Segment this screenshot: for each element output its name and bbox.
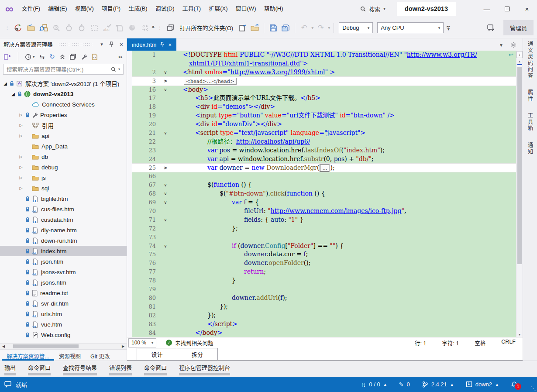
code-line[interactable]: 3><head>…</head> xyxy=(127,77,516,86)
scroll-down-icon[interactable]: ▼ xyxy=(518,333,521,336)
menu-item[interactable]: 工具(T) xyxy=(179,0,205,17)
collapse-region-icon[interactable]: ∨ xyxy=(158,189,172,198)
menu-item[interactable]: 窗口(W) xyxy=(232,0,260,17)
tree-item[interactable]: ▷api xyxy=(0,131,127,141)
open-folder-arrow-icon[interactable] xyxy=(249,22,260,33)
code-line[interactable]: 78} xyxy=(127,276,516,285)
search-history-icon[interactable] xyxy=(51,22,62,33)
pending-changes-filter-icon[interactable]: ▾ xyxy=(25,54,35,60)
undo-dropdown-icon[interactable]: ▾ xyxy=(311,27,313,29)
tree-item[interactable]: urls.htm xyxy=(0,309,127,319)
split-window-handle[interactable]: ↕ xyxy=(516,51,523,58)
bottom-panel-tab[interactable]: 错误列表 xyxy=(109,361,132,377)
resize-grip[interactable]: ⋱ xyxy=(530,385,536,392)
tree-item[interactable]: cusdata.htm xyxy=(0,214,127,225)
editor-options-gear-icon[interactable] xyxy=(510,42,516,48)
scroll-left-icon[interactable]: ◀ xyxy=(0,344,7,348)
collapse-region-icon[interactable]: ∨ xyxy=(158,216,172,224)
design-view-button[interactable]: 设计 xyxy=(137,348,177,360)
tree-item[interactable]: ▷sql xyxy=(0,183,127,193)
explorer-tab[interactable]: 解决方案资源管... xyxy=(2,350,54,361)
char-indicator[interactable]: 字符: 1 xyxy=(442,339,459,347)
tree-item[interactable]: svr-dir.htm xyxy=(0,298,127,309)
code-line[interactable]: 69∨var f = { xyxy=(127,198,516,207)
code-line[interactable]: 68∨$("#btn-down").click(function () { xyxy=(127,189,516,198)
search-control[interactable]: 搜索 ▾ xyxy=(360,5,386,13)
tree-item[interactable]: ▷js xyxy=(0,172,127,183)
sphere-icon[interactable] xyxy=(127,22,138,33)
minimize-button[interactable]: — xyxy=(477,0,497,17)
code-line[interactable]: 2∨<html xmlns="http://www.w3.org/1999/xh… xyxy=(127,68,516,77)
eol-indicator[interactable]: CRLF xyxy=(501,339,516,347)
tree-item[interactable]: bigfile.htm xyxy=(0,193,127,204)
git-branch-status[interactable]: 2.4.21▲ xyxy=(422,381,454,388)
save-all-icon[interactable] xyxy=(280,22,291,33)
code-line[interactable]: 77return; xyxy=(127,268,516,276)
breakpoint-margin[interactable] xyxy=(127,189,132,198)
tree-item[interactable]: ◢down2-vs2013 xyxy=(0,89,127,99)
code-line[interactable]: 81}); xyxy=(127,303,516,311)
code-line[interactable]: 22//根路径：http://localhost/api/up6/ xyxy=(127,138,516,146)
space-indicator[interactable]: 空格 xyxy=(475,339,485,347)
tree-item[interactable]: ▷Properties xyxy=(0,110,127,120)
tree-item[interactable]: ▷db xyxy=(0,151,127,162)
code-line[interactable]: 71∨fields: { auto: "1" } xyxy=(127,216,516,224)
breakpoint-margin[interactable] xyxy=(127,59,132,68)
collapse-region-icon[interactable]: ∨ xyxy=(158,68,172,77)
maximize-button[interactable] xyxy=(497,0,517,17)
selection-box-icon[interactable] xyxy=(89,22,100,33)
collapse-region-icon[interactable]: ∨ xyxy=(158,198,172,207)
code-line[interactable]: 17<h5>此页面演示单个URL文件下载。</h5> xyxy=(127,94,516,103)
breakpoint-margin[interactable] xyxy=(127,285,132,294)
chevron-collapsed-icon[interactable]: ▷ xyxy=(17,165,24,169)
breakpoint-margin[interactable] xyxy=(127,138,132,146)
breakpoint-margin[interactable] xyxy=(127,320,132,329)
menu-item[interactable]: 扩展(X) xyxy=(205,0,231,17)
horizontal-scrollbar[interactable]: ◀ ▶ xyxy=(0,343,127,349)
step-markers-icon[interactable] xyxy=(139,22,150,33)
expand-region-icon[interactable]: > xyxy=(158,164,172,172)
breakpoint-margin[interactable] xyxy=(127,276,132,285)
switch-views-icon[interactable] xyxy=(4,54,11,60)
chevron-expanded-icon[interactable]: ◢ xyxy=(10,92,17,96)
code-line[interactable]: 19<input type="button" value="url文件下载测试"… xyxy=(127,111,516,120)
code-line[interactable]: 21∨<script type="text/javascript" langua… xyxy=(127,129,516,138)
chevron-collapsed-icon[interactable]: ▷ xyxy=(17,186,24,190)
breakpoint-margin[interactable] xyxy=(127,155,132,164)
toolbar-options-icon[interactable]: ▸▸▾ xyxy=(447,25,450,31)
code-line[interactable]: 83</script> xyxy=(127,320,516,329)
tree-item[interactable]: App_Data xyxy=(0,141,127,151)
notifications-bell[interactable]: 1 xyxy=(511,381,518,388)
menu-item[interactable]: 文件(F) xyxy=(18,0,45,17)
open-containing-folder-button[interactable]: 打开所在的文件夹(O) xyxy=(179,24,233,32)
tree-item[interactable]: Connected Services xyxy=(0,99,127,110)
breakpoint-margin[interactable] xyxy=(127,329,132,337)
code-line[interactable]: 70fileUrl: "http://www.ncmem.com/images/… xyxy=(127,207,516,216)
code-line[interactable]: 23var pos = window.location.href.lastInd… xyxy=(127,146,516,155)
side-tool-tab[interactable]: 通知 xyxy=(526,142,534,155)
code-line[interactable]: 76downer.openFolder(); xyxy=(127,259,516,268)
breakpoint-margin[interactable] xyxy=(127,207,132,216)
save-icon[interactable] xyxy=(268,22,279,33)
menu-item[interactable]: 帮助(H) xyxy=(260,0,287,17)
chevron-collapsed-icon[interactable]: ▷ xyxy=(17,134,24,138)
chevron-collapsed-icon[interactable]: ▷ xyxy=(17,123,24,127)
code-line[interactable]: 84</body> xyxy=(127,329,516,337)
chevron-collapsed-icon[interactable]: ▷ xyxy=(17,155,24,159)
explorer-tab[interactable]: 资源视图 xyxy=(54,350,86,361)
collapsed-region[interactable]: ... xyxy=(320,165,329,172)
breakpoint-margin[interactable] xyxy=(127,216,132,224)
copy-document-icon[interactable] xyxy=(114,22,125,33)
collapse-region-icon[interactable]: ∨ xyxy=(158,129,172,138)
scrollbar-thumb[interactable] xyxy=(517,67,522,264)
properties-copy-icon[interactable] xyxy=(70,54,76,60)
line-indicator[interactable]: 行: 1 xyxy=(415,339,426,347)
properties-wrench-icon[interactable] xyxy=(81,54,87,60)
spell-check-icon[interactable]: abc xyxy=(101,22,112,33)
breakpoint-margin[interactable] xyxy=(127,224,132,233)
code-line[interactable]: 72}; xyxy=(127,224,516,233)
breakpoint-margin[interactable] xyxy=(127,233,132,242)
open-file-icon[interactable] xyxy=(25,22,36,33)
tree-item[interactable]: jsons.htm xyxy=(0,277,127,288)
zoom-level-dropdown[interactable]: 100 %▾ xyxy=(128,338,156,347)
